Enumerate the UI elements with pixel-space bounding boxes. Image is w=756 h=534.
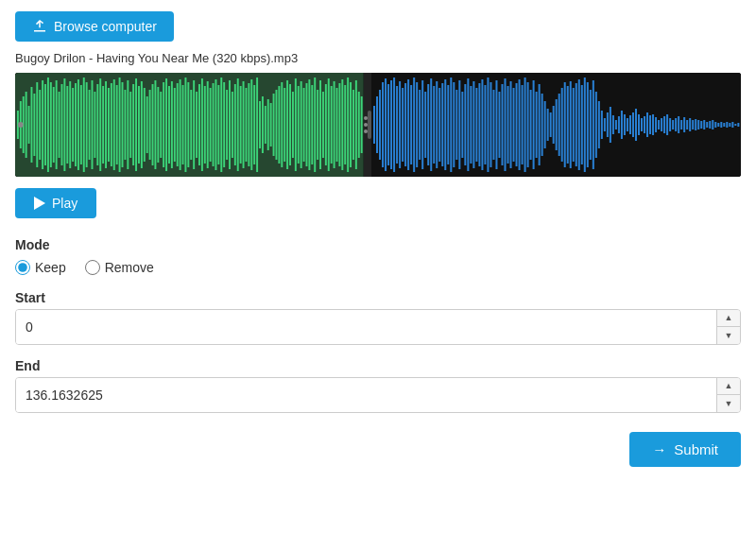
svg-rect-143: [410, 85, 412, 164]
svg-rect-218: [624, 114, 626, 135]
keep-radio-label: Keep: [35, 260, 66, 275]
svg-rect-167: [478, 83, 480, 166]
svg-rect-127: [15, 73, 364, 177]
svg-rect-147: [421, 80, 423, 169]
svg-rect-224: [641, 118, 643, 131]
svg-rect-233: [666, 114, 668, 135]
svg-rect-136: [390, 80, 392, 169]
svg-rect-203: [580, 85, 582, 164]
svg-rect-186: [532, 80, 534, 169]
svg-rect-166: [475, 88, 477, 162]
svg-rect-207: [592, 80, 593, 169]
svg-rect-212: [606, 112, 608, 137]
play-button[interactable]: Play: [15, 188, 96, 218]
start-label: Start: [15, 290, 741, 305]
waveform-container: [15, 73, 741, 177]
svg-rect-164: [470, 86, 472, 164]
svg-rect-217: [621, 111, 623, 139]
svg-rect-255: [729, 123, 730, 127]
svg-rect-198: [566, 86, 568, 164]
end-input[interactable]: [16, 378, 716, 412]
svg-rect-173: [495, 80, 497, 169]
svg-rect-150: [430, 78, 432, 171]
svg-rect-195: [558, 94, 559, 156]
svg-rect-204: [583, 78, 585, 172]
svg-rect-252: [720, 122, 722, 128]
svg-rect-177: [507, 86, 508, 164]
remove-radio[interactable]: [85, 260, 100, 275]
svg-rect-160: [458, 80, 460, 169]
svg-rect-183: [524, 78, 525, 172]
svg-rect-232: [663, 116, 665, 133]
svg-rect-156: [447, 85, 449, 164]
svg-rect-230: [658, 120, 660, 129]
svg-rect-144: [413, 78, 415, 172]
svg-rect-145: [416, 82, 418, 167]
svg-rect-190: [543, 101, 545, 148]
svg-rect-226: [646, 112, 648, 137]
svg-rect-155: [444, 79, 446, 170]
svg-rect-228: [652, 114, 654, 135]
svg-rect-148: [424, 92, 426, 158]
keep-radio-option[interactable]: Keep: [15, 260, 66, 275]
svg-rect-200: [572, 88, 574, 162]
browse-computer-button[interactable]: Browse computer: [15, 11, 174, 42]
svg-rect-210: [600, 111, 602, 139]
end-increment-btn[interactable]: ▲: [717, 378, 740, 395]
keep-radio[interactable]: [15, 260, 30, 275]
svg-rect-184: [526, 82, 528, 167]
svg-rect-201: [575, 83, 576, 166]
filename-display: Bugoy Drilon - Having You Near Me (320 k…: [15, 51, 741, 65]
waveform-divider[interactable]: [364, 73, 371, 177]
svg-rect-178: [509, 81, 511, 168]
svg-rect-168: [481, 79, 483, 170]
svg-rect-154: [441, 83, 443, 166]
start-input[interactable]: [16, 310, 716, 344]
end-field-group: End ▲ ▼: [15, 358, 741, 413]
svg-rect-161: [461, 92, 463, 158]
svg-rect-182: [521, 85, 523, 164]
svg-rect-189: [541, 94, 542, 156]
svg-rect-206: [589, 90, 591, 160]
play-icon: [34, 197, 45, 210]
svg-rect-139: [399, 81, 401, 168]
svg-rect-131: [376, 96, 378, 153]
svg-rect-193: [552, 106, 554, 144]
svg-rect-245: [700, 121, 702, 129]
svg-rect-132: [379, 90, 381, 160]
svg-rect-146: [419, 90, 421, 160]
svg-rect-244: [697, 120, 699, 129]
end-input-wrap: ▲ ▼: [15, 377, 741, 413]
mode-row: Keep Remove: [15, 260, 741, 275]
svg-rect-227: [649, 115, 651, 134]
upload-icon: [32, 19, 47, 34]
svg-rect-157: [450, 78, 452, 172]
svg-rect-191: [546, 109, 548, 141]
submit-button[interactable]: → Submit: [629, 432, 741, 467]
svg-rect-229: [655, 117, 657, 132]
waveform-selected: [15, 73, 364, 177]
svg-rect-239: [683, 117, 685, 132]
svg-rect-254: [726, 122, 728, 128]
waveform-unselected: [371, 73, 741, 177]
svg-rect-246: [703, 120, 705, 129]
svg-rect-179: [512, 88, 514, 162]
svg-rect-220: [629, 115, 631, 134]
svg-rect-215: [615, 120, 617, 129]
svg-rect-188: [538, 84, 540, 165]
svg-rect-248: [709, 121, 711, 129]
end-decrement-btn[interactable]: ▼: [717, 395, 740, 412]
svg-rect-208: [594, 92, 596, 158]
svg-rect-153: [438, 88, 440, 162]
start-decrement-btn[interactable]: ▼: [717, 327, 740, 344]
end-spinner: ▲ ▼: [716, 378, 740, 412]
svg-rect-231: [661, 118, 662, 131]
start-increment-btn[interactable]: ▲: [717, 310, 740, 327]
svg-rect-192: [549, 112, 551, 137]
svg-rect-221: [632, 112, 634, 137]
mode-label: Mode: [15, 237, 741, 252]
remove-radio-option[interactable]: Remove: [85, 260, 154, 275]
svg-rect-169: [484, 85, 486, 164]
svg-rect-251: [717, 123, 719, 127]
play-button-label: Play: [52, 196, 77, 211]
